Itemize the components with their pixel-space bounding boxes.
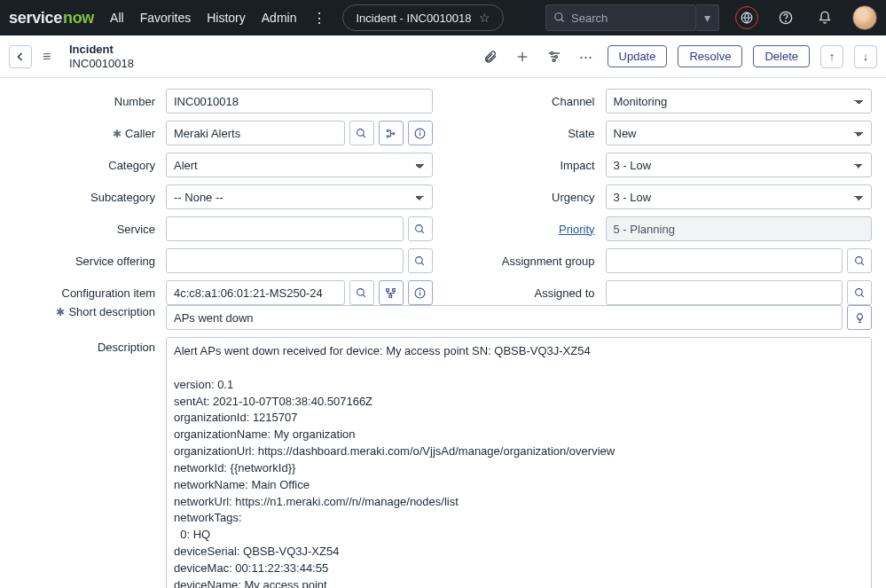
svg-line-22 [421,231,424,233]
label-description: Description [14,337,161,354]
assigned-to-field[interactable] [606,280,843,305]
impact-select[interactable]: 3 - Low [606,153,873,177]
subcategory-select[interactable]: -- None -- [166,184,433,209]
service-field[interactable] [166,216,404,241]
label-subcategory: Subcategory [14,191,161,204]
caller-info-icon[interactable] [408,121,433,145]
svg-point-16 [387,135,388,137]
svg-point-25 [357,288,365,295]
svg-line-34 [861,263,864,265]
svg-point-17 [393,132,395,134]
svg-point-21 [416,224,423,231]
global-search[interactable]: Search [545,4,696,31]
service-lookup-icon[interactable] [408,216,433,241]
label-impact: Impact [454,159,600,172]
bell-icon[interactable] [813,6,836,29]
next-record-button[interactable]: ↓ [854,45,877,68]
svg-point-33 [855,256,862,263]
svg-line-14 [363,135,365,137]
priority-link[interactable]: Priority [559,223,594,236]
current-tab-pill[interactable]: Incident - INC0010018 ☆ [342,4,503,31]
nav-all[interactable]: All [110,11,124,25]
label-assignment-group: Assignment group [454,255,600,268]
svg-line-1 [561,20,564,22]
svg-line-36 [861,294,864,297]
label-service-offering: Service offering [14,255,161,268]
svg-line-24 [421,263,424,265]
attachment-icon[interactable] [480,50,501,64]
description-field[interactable] [166,337,872,588]
search-icon [553,12,566,24]
update-button[interactable]: Update [608,45,668,67]
delete-button[interactable]: Delete [753,45,810,67]
urgency-select[interactable]: 3 - Low [606,184,873,209]
caller-field[interactable] [166,121,345,145]
globe-icon[interactable] [735,6,758,29]
filter-icon[interactable] [544,50,565,64]
nav-admin[interactable]: Admin [262,11,297,25]
left-column: Number ✱Caller Category Alert Subcategor… [14,89,433,305]
caller-lookup-icon[interactable] [349,121,374,145]
svg-point-0 [555,13,562,20]
svg-point-20 [419,130,420,131]
nav-more-icon[interactable]: ⋮ [312,10,326,27]
category-select[interactable]: Alert [166,153,433,177]
label-state: State [454,127,600,140]
svg-rect-29 [389,294,392,297]
back-button[interactable] [9,45,32,68]
svg-rect-28 [393,288,396,291]
config-item-field[interactable] [166,280,345,305]
service-offering-lookup-icon[interactable] [408,248,433,273]
form-body: Number ✱Caller Category Alert Subcategor… [0,78,886,305]
config-item-lookup-icon[interactable] [349,280,374,305]
label-urgency: Urgency [454,191,600,204]
config-item-info-icon[interactable] [408,280,433,305]
svg-point-23 [416,256,423,263]
label-assigned-to: Assigned to [454,286,600,300]
form-menu-icon[interactable]: ≡ [43,49,59,65]
help-icon[interactable] [774,6,797,29]
svg-line-26 [363,294,365,297]
config-item-tree-icon[interactable] [379,280,404,305]
nav-favorites[interactable]: Favorites [140,11,192,25]
add-icon[interactable] [512,51,533,63]
svg-point-4 [786,21,787,22]
number-field[interactable] [166,89,433,114]
assignment-group-lookup-icon[interactable] [847,248,872,273]
record-type: Incident [69,43,134,57]
svg-point-13 [357,129,365,136]
user-avatar[interactable] [852,5,877,30]
svg-point-35 [855,288,862,295]
label-number: Number [14,95,161,108]
svg-point-15 [387,129,388,131]
label-service: Service [14,223,161,236]
svg-rect-27 [387,288,389,291]
svg-point-32 [419,290,420,291]
svg-point-10 [551,51,553,54]
record-header: ≡ Incident INC0010018 ⋯ Update Resolve D… [0,35,886,78]
search-dropdown-icon[interactable]: ▾ [696,4,719,31]
state-select[interactable]: New [606,121,873,145]
tab-label: Incident - INC0010018 [356,12,471,25]
label-config-item: Configuration item [14,286,161,300]
search-placeholder: Search [571,12,608,25]
svg-point-12 [553,59,555,61]
suggestion-icon[interactable] [847,305,872,330]
right-column: Channel Monitoring State New Impact 3 - … [454,89,873,305]
more-actions-icon[interactable]: ⋯ [576,49,597,65]
logo-text-a: service [9,9,62,27]
nav-history[interactable]: History [207,11,246,25]
priority-field: 5 - Planning [606,216,873,241]
assigned-to-lookup-icon[interactable] [847,280,872,305]
prev-record-button[interactable]: ↑ [820,45,843,68]
favorite-star-icon[interactable]: ☆ [479,11,490,25]
servicenow-logo[interactable]: servicenow [9,9,94,27]
caller-tree-icon[interactable] [379,121,404,145]
short-description-field[interactable] [166,305,843,330]
label-priority: Priority [454,223,600,236]
global-nav: servicenow All Favorites History Admin ⋮… [0,0,886,35]
assignment-group-field[interactable] [606,248,843,273]
channel-select[interactable]: Monitoring [606,89,873,114]
service-offering-field[interactable] [166,248,404,273]
resolve-button[interactable]: Resolve [678,45,742,67]
